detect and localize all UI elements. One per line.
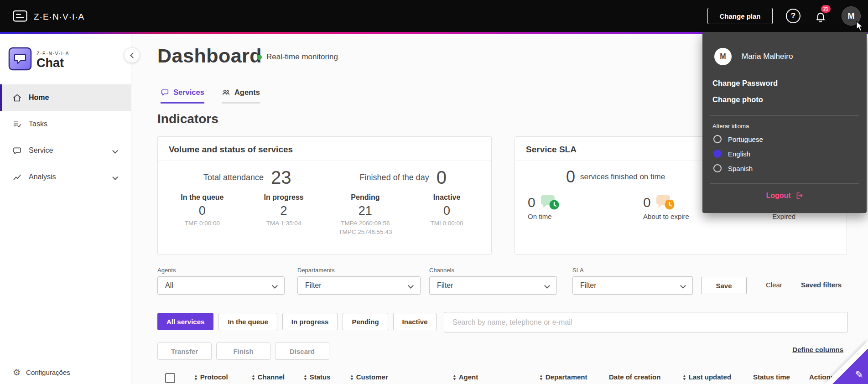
sidebar-logo-product: Chat (36, 57, 69, 69)
page-title: Dashboard (157, 45, 262, 67)
change-password-item[interactable]: Change Password (712, 79, 778, 88)
chip-pending[interactable]: Pending (343, 313, 388, 330)
column-header-last-updated[interactable]: ▴▾ Last updated (683, 373, 731, 381)
radio-icon (713, 164, 722, 172)
transfer-button[interactable]: Transfer (157, 342, 212, 360)
user-menu-avatar: M (714, 48, 732, 65)
change-photo-item[interactable]: Change photo (712, 95, 763, 104)
chip-in-progress[interactable]: In progress (282, 313, 338, 330)
logout-button[interactable]: Logout (702, 192, 867, 200)
column-label: Inactive (406, 193, 488, 202)
question-icon: ? (791, 11, 795, 21)
discard-button[interactable]: Discard (275, 342, 329, 360)
sidebar-logo-brand: Z·E·N·V·I·A (36, 51, 69, 56)
sidebar-item-label: Analysis (29, 173, 56, 181)
tab-label: Services (173, 88, 204, 97)
channels-select[interactable]: Filter (429, 276, 557, 295)
language-section-label: Alterar idioma (712, 123, 749, 130)
chevron-down-icon (112, 174, 118, 180)
sidebar-item-home[interactable]: Home (0, 84, 131, 111)
channels-filter-label: Channels (429, 267, 454, 274)
pencil-icon: ✎ (855, 369, 863, 381)
volume-top-stats: Total attendance 23 Finished of the day … (158, 161, 491, 190)
sort-icon: ▴▾ (252, 374, 255, 380)
finish-button[interactable]: Finish (216, 342, 270, 360)
chip-inactive[interactable]: Inactive (393, 313, 437, 330)
change-plan-button[interactable]: Change plan (707, 8, 773, 24)
saved-filters-link[interactable]: Saved filters (801, 281, 842, 289)
about-to-expire-icon (655, 194, 676, 211)
column-label: In progress (243, 193, 325, 202)
column-label: Last updated (689, 373, 731, 381)
sidebar-item-service[interactable]: Service (0, 137, 131, 164)
stat-label: On time (528, 213, 560, 220)
column-header-customer[interactable]: ▴▾ Customer (351, 373, 388, 381)
sort-icon: ▴▾ (304, 374, 307, 380)
language-option-spanish[interactable]: Spanish (713, 164, 753, 172)
search-input[interactable] (444, 312, 848, 332)
departaments-filter-label: Departaments (297, 267, 335, 274)
agents-select[interactable]: All (157, 276, 285, 295)
column-value: 0 (406, 204, 488, 218)
sort-icon: ▴▾ (540, 374, 542, 380)
user-avatar-button[interactable]: M (842, 6, 861, 26)
finished-of-day-stat: Finished of the day 0 (360, 167, 447, 188)
sidebar-item-analysis[interactable]: Analysis (0, 164, 131, 190)
topbar: Z·E·N·V·I·A Change plan ? 21 M (0, 0, 868, 32)
tab-services[interactable]: Services (161, 88, 204, 104)
column-header-departament[interactable]: ▴▾ Departament (540, 373, 587, 381)
chevron-down-icon (112, 148, 118, 154)
column-label: Date of creation (609, 373, 660, 381)
column-header-status[interactable]: ▴▾ Status (304, 373, 331, 381)
save-filters-button[interactable]: Save (701, 277, 747, 294)
gear-icon: ⚙ (13, 368, 21, 377)
column-header-channel[interactable]: ▴▾ Channel (252, 373, 285, 381)
zenvia-logo-icon (12, 8, 28, 26)
column-label: In the queue (161, 193, 243, 202)
logout-icon (795, 192, 803, 200)
radio-icon (713, 135, 722, 143)
column-label: Customer (356, 373, 388, 381)
column-label: Status time (753, 373, 790, 381)
language-option-portuguese[interactable]: Portuguese (713, 135, 763, 143)
column-header-agent[interactable]: ▴▾ Agent (453, 373, 478, 381)
agents-icon (222, 88, 230, 97)
column-metric: TMA 1:35:04 (243, 220, 325, 227)
chip-in-the-queue[interactable]: In the queue (218, 313, 277, 330)
zenvia-chat-logo-icon (8, 47, 32, 73)
sidebar-item-label: Tasks (29, 120, 47, 128)
menu-divider (710, 183, 859, 184)
on-time-icon (540, 194, 560, 211)
bulk-actions: Transfer Finish Discard (157, 342, 329, 360)
indicators-heading: Indicators (157, 112, 218, 126)
select-all-checkbox[interactable] (165, 373, 175, 383)
column-label: Status (310, 373, 331, 381)
column-header-protocol[interactable]: ▴▾ Protocol (195, 373, 228, 381)
column-metric: TMPA 2060:09:56 (325, 220, 406, 227)
departaments-select[interactable]: Filter (297, 276, 421, 295)
on-time-stat: 0 On time (528, 194, 560, 220)
column-value: 2 (243, 204, 325, 218)
clear-filters-link[interactable]: Clear (766, 281, 782, 289)
sla-select[interactable]: Filter (572, 276, 693, 295)
sidebar-logo: Z·E·N·V·I·A Chat (8, 47, 69, 73)
sort-icon: ▴▾ (683, 374, 686, 380)
sidebar-logo-text: Z·E·N·V·I·A Chat (36, 51, 69, 69)
chevron-down-icon (544, 283, 550, 289)
chip-all-services[interactable]: All services (157, 313, 213, 330)
language-option-english[interactable]: English (713, 150, 750, 158)
select-value: All (165, 281, 173, 290)
tab-agents[interactable]: Agents (222, 88, 260, 104)
sidebar-settings[interactable]: ⚙ Configurações (13, 368, 70, 377)
column-label: Protocol (200, 373, 228, 381)
agents-filter-label: Agents (157, 267, 176, 274)
radio-selected-icon (713, 150, 722, 158)
radio-label: Spanish (728, 165, 753, 172)
sidebar-item-tasks[interactable]: Tasks (0, 111, 131, 137)
column-value: 21 (325, 204, 406, 218)
brand-name: Z·E·N·V·I·A (34, 12, 84, 22)
sidebar-collapse-button[interactable] (124, 47, 140, 63)
sidebar-item-label: Service (29, 146, 53, 155)
help-button[interactable]: ? (786, 9, 800, 23)
column-header-status-time: Status time (753, 373, 790, 381)
